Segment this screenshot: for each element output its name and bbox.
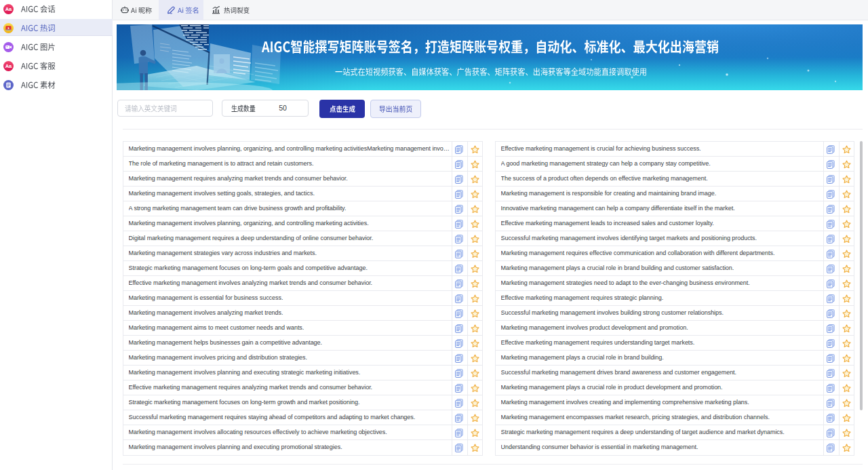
svg-text:Aa: Aa [5, 6, 12, 12]
svg-text:Aa: Aa [5, 63, 12, 69]
